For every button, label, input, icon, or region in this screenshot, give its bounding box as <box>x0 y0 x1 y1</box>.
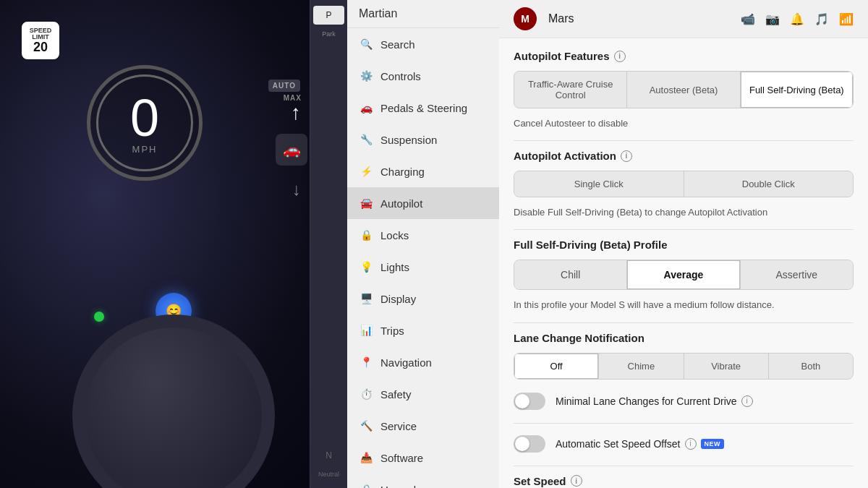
current-speed: 0 <box>130 92 159 144</box>
auto-speed-info-icon[interactable]: i <box>685 438 697 450</box>
auto-speed-toggle[interactable] <box>514 435 545 453</box>
service-icon: 🔨 <box>359 419 373 433</box>
menu-item-upgrades[interactable]: 🔒 Upgrades <box>347 474 499 488</box>
menu-label-search: Search <box>380 38 415 51</box>
speed-unit: MPH <box>132 144 158 155</box>
autopilot-features-title: Autopilot Features i <box>514 50 854 62</box>
gear-neutral-label: Neutral <box>310 466 347 482</box>
trips-icon: 📊 <box>359 323 373 338</box>
autopilot-features-label: Autopilot Features <box>514 50 610 62</box>
disable-fsd-note: Disable Full Self-Driving (Beta) to chan… <box>514 206 854 219</box>
menu-item-software[interactable]: 📥 Software <box>347 442 499 474</box>
lc-both-btn[interactable]: Both <box>769 354 853 379</box>
menu-top-label: Martian <box>359 7 397 20</box>
video-icon[interactable]: 📹 <box>741 12 755 26</box>
menu-label-lights: Lights <box>380 261 409 273</box>
lane-change-label: Lane Change Notification <box>514 332 644 344</box>
locks-icon: 🔒 <box>359 228 373 242</box>
menu-item-autopilot[interactable]: 🚘 Autopilot <box>347 187 499 219</box>
gear-park[interactable]: P <box>313 6 344 25</box>
fsd-profile-note: In this profile your Model S will have a… <box>514 299 854 312</box>
set-speed-title: Set Speed i <box>514 475 854 487</box>
divider-2 <box>514 229 854 230</box>
autopilot-features-group: Traffic-Aware Cruise Control Autosteer (… <box>514 71 854 108</box>
lc-vibrate-btn[interactable]: Vibrate <box>684 354 769 379</box>
lc-chime-btn[interactable]: Chime <box>599 354 684 379</box>
nav-arrow-up: ↑ <box>291 101 301 124</box>
menu-label-pedals: Pedals & Steering <box>380 102 467 114</box>
menu-item-search[interactable]: 🔍 Search <box>347 28 499 60</box>
lane-change-group: Off Chime Vibrate Both <box>514 353 854 380</box>
user-avatar: M <box>514 7 537 30</box>
average-profile-btn[interactable]: Average <box>627 260 740 289</box>
menu-item-service[interactable]: 🔨 Service <box>347 410 499 442</box>
camera-icon[interactable]: 📷 <box>765 12 780 26</box>
menu-label-software: Software <box>380 452 423 464</box>
user-name: Mars <box>548 12 729 25</box>
menu-item-charging[interactable]: ⚡ Charging <box>347 155 499 187</box>
pedals-icon: 🚗 <box>359 100 373 115</box>
auto-speed-label-group: Automatic Set Speed Offset i NEW <box>556 438 724 450</box>
gear-park-label: Park <box>310 26 347 42</box>
chill-profile-btn[interactable]: Chill <box>514 260 627 289</box>
set-speed-label: Set Speed <box>514 475 566 487</box>
menu-panel: Martian 🔍 Search ⚙️ Controls 🚗 Pedals & … <box>347 0 499 488</box>
autopilot-features-info-icon[interactable]: i <box>614 51 626 62</box>
menu-item-navigation[interactable]: 📍 Navigation <box>347 346 499 378</box>
minimal-lane-text: Minimal Lane Changes for Current Drive <box>556 395 737 407</box>
fsd-option[interactable]: Full Self-Driving (Beta) <box>741 72 853 108</box>
menu-label-service: Service <box>380 420 417 432</box>
fsd-profile-group: Chill Average Assertive <box>514 260 854 290</box>
menu-item-suspension[interactable]: 🔧 Suspension <box>347 124 499 155</box>
menu-item-locks[interactable]: 🔒 Locks <box>347 219 499 251</box>
minimal-lane-toggle[interactable] <box>514 393 545 410</box>
set-speed-section: Set Speed i Speed Limit Current Speed <box>514 475 854 488</box>
bluetooth-icon[interactable]: 🎵 <box>814 12 829 26</box>
safety-icon: ⏱️ <box>359 387 373 401</box>
menu-label-upgrades: Upgrades <box>380 484 427 489</box>
activation-title: Autopilot Activation i <box>514 150 854 162</box>
auto-speed-row: Automatic Set Speed Offset i NEW <box>514 432 854 455</box>
menu-item-pedals[interactable]: 🚗 Pedals & Steering <box>347 92 499 124</box>
gear-neutral[interactable]: N <box>310 446 347 465</box>
settings-content: Autopilot Features i Traffic-Aware Cruis… <box>499 38 868 488</box>
controls-icon: ⚙️ <box>359 69 373 83</box>
single-click-option[interactable]: Single Click <box>514 171 684 197</box>
suspension-icon: 🔧 <box>359 132 373 147</box>
divider-1 <box>514 140 854 141</box>
green-status-dot <box>94 312 104 322</box>
fsd-profile-label: Full Self-Driving (Beta) Profile <box>514 239 668 251</box>
bell-icon[interactable]: 🔔 <box>790 12 804 26</box>
minimal-lane-info-icon[interactable]: i <box>741 395 753 407</box>
activation-group: Single Click Double Click <box>514 171 854 197</box>
lc-off-btn[interactable]: Off <box>514 354 599 379</box>
settings-header: M Mars 📹 📷 🔔 🎵 📶 <box>499 0 868 38</box>
menu-item-lights[interactable]: 💡 Lights <box>347 251 499 283</box>
menu-item-display[interactable]: 🖥️ Display <box>347 283 499 314</box>
menu-item-trips[interactable]: 📊 Trips <box>347 314 499 346</box>
assertive-profile-btn[interactable]: Assertive <box>741 260 853 289</box>
autosteer-option[interactable]: Autosteer (Beta) <box>627 72 740 108</box>
new-badge: NEW <box>701 439 725 449</box>
set-speed-info-icon[interactable]: i <box>571 475 582 487</box>
cancel-autosteer-note: Cancel Autosteer to disable <box>514 117 854 130</box>
gear-selector: P Park N Neutral <box>310 0 347 488</box>
menu-label-autopilot: Autopilot <box>380 197 422 210</box>
menu-label-safety: Safety <box>380 388 412 401</box>
menu-label-display: Display <box>380 293 416 305</box>
divider-5 <box>514 466 854 466</box>
search-icon: 🔍 <box>359 37 373 51</box>
menu-item-safety[interactable]: ⏱️ Safety <box>347 378 499 410</box>
minimal-lane-label: Minimal Lane Changes for Current Drive i <box>556 395 753 407</box>
nav-arrow-down: ↓ <box>292 179 301 200</box>
activation-info-icon[interactable]: i <box>621 150 632 162</box>
menu-item-controls[interactable]: ⚙️ Controls <box>347 60 499 92</box>
traffic-aware-option[interactable]: Traffic-Aware Cruise Control <box>514 72 627 108</box>
speed-limit-sign: SPEED LIMIT 20 <box>22 22 59 59</box>
display-icon: 🖥️ <box>359 291 373 306</box>
double-click-option[interactable]: Double Click <box>684 171 854 197</box>
menu-header: Martian <box>347 0 499 28</box>
signal-icon[interactable]: 📶 <box>839 12 854 26</box>
activation-label: Autopilot Activation <box>514 150 616 162</box>
auto-speed-text: Automatic Set Speed Offset <box>556 438 681 450</box>
